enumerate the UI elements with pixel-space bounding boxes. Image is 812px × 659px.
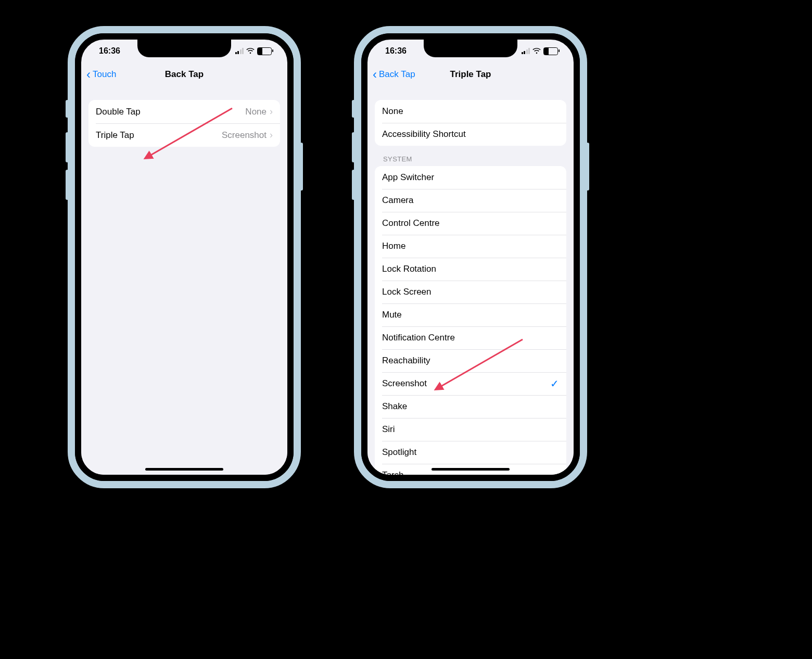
system-group: App SwitcherCameraControl CentreHomeLock… (375, 166, 566, 475)
home-indicator[interactable] (145, 468, 223, 471)
cellular-signal-icon (235, 48, 244, 54)
screen-right: 16:36 ‹ Back Tap Triple Tap (361, 33, 580, 481)
wifi-icon (246, 48, 255, 54)
system-row-notification-centre[interactable]: Notification Centre (375, 326, 566, 349)
row-label: Notification Centre (382, 333, 559, 343)
back-button[interactable]: ‹ Back Tap (373, 62, 415, 86)
silent-switch (66, 100, 69, 118)
screen-left: 16:36 ‹ Touch Back Tap (75, 33, 294, 481)
cellular-signal-icon (522, 48, 530, 54)
top-group: None Accessibility Shortcut (375, 100, 566, 146)
row-value: Screenshot (222, 130, 267, 141)
row-value: None (245, 107, 267, 117)
row-label: Spotlight (382, 447, 559, 458)
silent-switch (352, 100, 355, 118)
power-button (300, 143, 303, 191)
system-row-reachability[interactable]: Reachability (375, 349, 566, 372)
volume-up-button (352, 132, 355, 162)
phone-left: 16:36 ‹ Touch Back Tap (68, 26, 301, 488)
chevron-right-icon: › (270, 106, 273, 117)
battery-icon (543, 47, 558, 55)
row-label: App Switcher (382, 172, 559, 183)
notch (424, 40, 517, 57)
power-button (586, 143, 589, 191)
system-row-lock-rotation[interactable]: Lock Rotation (375, 258, 566, 281)
accessibility-shortcut-row[interactable]: Accessibility Shortcut (375, 123, 566, 146)
system-row-screenshot[interactable]: Screenshot✓ (375, 372, 566, 395)
content: Double Tap None › Triple Tap Screenshot … (81, 90, 287, 475)
volume-down-button (66, 170, 69, 200)
row-label: Reachability (382, 356, 559, 366)
none-row[interactable]: None (375, 100, 566, 123)
row-label: Torch (382, 470, 559, 475)
system-row-shake[interactable]: Shake (375, 395, 566, 418)
back-label: Touch (93, 69, 116, 80)
system-row-home[interactable]: Home (375, 235, 566, 258)
battery-icon (257, 47, 272, 55)
back-label: Back Tap (379, 69, 415, 80)
row-label: Control Centre (382, 218, 559, 229)
row-label: Mute (382, 310, 559, 320)
chevron-right-icon: › (270, 130, 273, 141)
nav-bar: ‹ Back Tap Triple Tap (367, 62, 574, 86)
volume-down-button (352, 170, 355, 200)
home-indicator[interactable] (432, 468, 510, 471)
triple-tap-row[interactable]: Triple Tap Screenshot › (88, 123, 280, 147)
row-label: Home (382, 241, 559, 251)
checkmark-icon: ✓ (550, 378, 559, 389)
back-button[interactable]: ‹ Touch (86, 62, 116, 86)
system-row-camera[interactable]: Camera (375, 189, 566, 212)
row-label: Screenshot (382, 378, 550, 389)
status-time: 16:36 (99, 46, 120, 56)
row-label: Camera (382, 195, 559, 206)
system-row-control-centre[interactable]: Control Centre (375, 212, 566, 235)
row-label: Lock Rotation (382, 264, 559, 274)
row-label: Accessibility Shortcut (382, 129, 559, 140)
status-time: 16:36 (385, 46, 407, 56)
row-label: Double Tap (96, 107, 245, 117)
system-row-spotlight[interactable]: Spotlight (375, 441, 566, 464)
row-label: Triple Tap (96, 130, 222, 141)
phone-right: 16:36 ‹ Back Tap Triple Tap (354, 26, 587, 488)
row-label: Shake (382, 401, 559, 412)
page-title: Back Tap (165, 69, 204, 80)
nav-bar: ‹ Touch Back Tap (81, 62, 287, 86)
notch (137, 40, 231, 57)
volume-up-button (66, 132, 69, 162)
row-label: None (382, 106, 559, 117)
page-title: Triple Tap (450, 69, 491, 80)
settings-group: Double Tap None › Triple Tap Screenshot … (88, 100, 280, 147)
wifi-icon (532, 48, 541, 54)
system-row-app-switcher[interactable]: App Switcher (375, 166, 566, 189)
double-tap-row[interactable]: Double Tap None › (88, 100, 280, 123)
system-section-header: SYSTEM (375, 155, 566, 166)
system-row-mute[interactable]: Mute (375, 303, 566, 326)
chevron-left-icon: ‹ (86, 68, 91, 81)
system-row-lock-screen[interactable]: Lock Screen (375, 281, 566, 303)
chevron-left-icon: ‹ (373, 68, 377, 81)
system-row-siri[interactable]: Siri (375, 418, 566, 441)
row-label: Siri (382, 424, 559, 435)
row-label: Lock Screen (382, 287, 559, 297)
content[interactable]: None Accessibility Shortcut SYSTEM App S… (367, 90, 574, 475)
